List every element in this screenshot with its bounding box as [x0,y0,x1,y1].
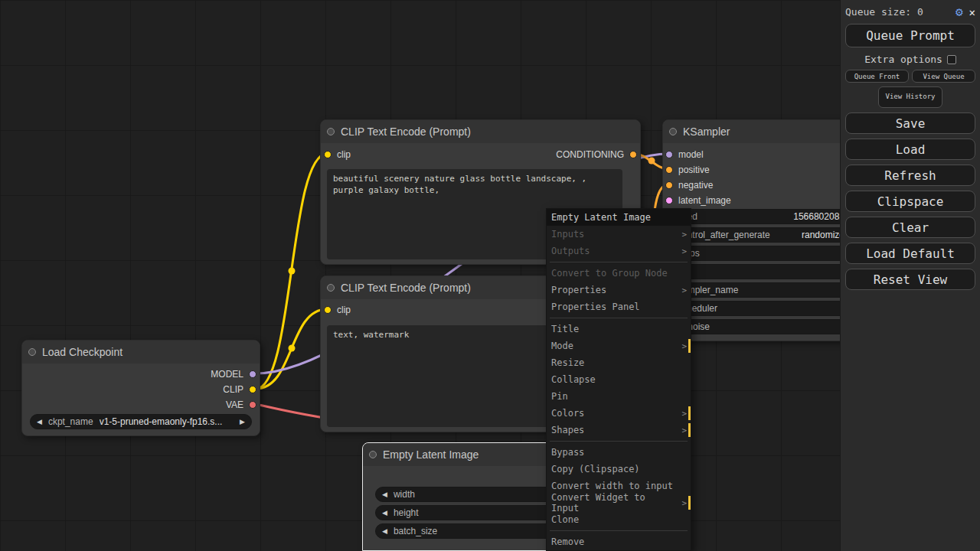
decrement-icon[interactable]: ◀ [382,491,387,498]
menu-item-convert-widget-to-input[interactable]: Convert Widget to Input > [547,494,691,511]
submenu-arrow-icon: > [681,341,687,351]
output-slot-model[interactable]: MODEL [211,369,256,380]
menu-separator [550,318,688,318]
slot-dot-model[interactable] [249,370,256,378]
scheduler-widget[interactable]: scheduler [671,301,851,316]
clear-button[interactable]: Clear [845,217,975,238]
slot-label: clip [337,305,351,315]
input-slot-positive[interactable]: positive [665,165,710,175]
refresh-button[interactable]: Refresh [845,165,975,186]
collapse-dot-icon[interactable] [327,128,335,135]
collapse-dot-icon[interactable] [327,284,335,292]
slot-dot-clip[interactable] [249,386,256,393]
slot-dot-conditioning[interactable] [629,151,637,158]
seed-widget[interactable]: seed 1566802081 [671,209,851,224]
slot-label: positive [678,165,710,175]
widget-label: height [394,507,419,518]
input-slot-negative[interactable]: negative [665,180,713,191]
slot-label: MODEL [211,369,243,380]
clipspace-button[interactable]: Clipspace [845,191,975,212]
submenu-arrow-icon: > [681,246,687,256]
slot-label: latent_image [678,195,731,206]
slot-dot-conditioning[interactable] [665,181,673,189]
menu-item-shapes[interactable]: Shapes > [547,422,691,439]
slot-dot-model[interactable] [665,151,673,158]
widget-value: 1566802081 [704,211,844,222]
widget-value: v1-5-pruned-emaonly-fp16.s... [100,416,240,427]
node-ksampler[interactable]: KSampler model positive negative latent_… [662,119,858,341]
menu-item-collapse[interactable]: Collapse [547,371,691,388]
menu-item-inputs[interactable]: Inputs > [547,226,691,243]
output-slot-conditioning[interactable]: CONDITIONING [556,149,637,160]
collapse-dot-icon[interactable] [369,451,377,458]
cfg-widget[interactable]: cfg [671,264,851,279]
extra-options-checkbox[interactable] [947,55,956,64]
view-history-button[interactable]: View History [878,86,942,108]
menu-item-properties[interactable]: Properties > [547,282,691,298]
submenu-arrow-icon: > [681,285,687,295]
node-load-checkpoint[interactable]: Load Checkpoint MODEL CLIP VAE ◀ ckpt_na… [21,340,260,436]
menu-separator [550,262,688,262]
menu-item-title[interactable]: Title [547,321,691,337]
node-titlebar[interactable]: Load Checkpoint [22,341,260,364]
close-icon[interactable]: ✕ [969,6,975,18]
output-slot-clip[interactable]: CLIP [223,384,256,395]
menu-item-colors[interactable]: Colors > [547,405,691,422]
menu-item-bypass[interactable]: Bypass [547,444,691,461]
widget-label: control_after_generate [678,230,770,240]
menu-item-convert-to-group-node[interactable]: Convert to Group Node [547,265,691,282]
node-title: Load Checkpoint [42,346,122,358]
queue-front-button[interactable]: Queue Front [845,70,909,83]
ckpt-name-combo[interactable]: ◀ ckpt_name v1-5-pruned-emaonly-fp16.s..… [30,414,252,429]
slot-dot-clip[interactable] [324,151,332,158]
slot-label: model [678,149,704,160]
menu-item-copy-clipspace[interactable]: Copy (Clipspace) [547,461,691,478]
collapse-dot-icon[interactable] [28,348,36,356]
queue-size-label: Queue size: 0 [845,6,923,18]
node-title: CLIP Text Encode (Prompt) [341,282,471,294]
menu-separator [550,530,688,531]
load-default-button[interactable]: Load Default [845,243,975,264]
slot-dot-conditioning[interactable] [665,166,673,174]
menu-item-pin[interactable]: Pin [547,388,691,405]
menu-item-properties-panel[interactable]: Properties Panel [547,298,691,315]
prev-value-icon[interactable]: ◀ [37,418,42,425]
menu-item-outputs[interactable]: Outputs > [547,243,691,259]
slot-dot-latent[interactable] [665,197,673,204]
input-slot-model[interactable]: model [665,149,704,160]
queue-prompt-button[interactable]: Queue Prompt [845,24,975,47]
save-button[interactable]: Save [845,112,975,134]
decrement-icon[interactable]: ◀ [382,509,387,517]
menu-item-remove[interactable]: Remove [547,533,691,550]
submenu-arrow-icon: > [681,230,687,240]
denoise-widget[interactable]: denoise [671,319,851,334]
settings-gear-icon[interactable]: ⚙ [956,5,963,19]
comfy-menu-panel: Queue size: 0 ⚙ ✕ Queue Prompt Extra opt… [840,0,980,551]
submenu-arrow-icon: > [681,425,687,435]
slot-dot-clip[interactable] [324,306,332,314]
node-titlebar[interactable]: KSampler [663,120,858,143]
decrement-icon[interactable]: ◀ [382,527,387,535]
link-dot [289,268,296,275]
load-button[interactable]: Load [845,139,975,160]
input-slot-clip[interactable]: clip [324,149,351,160]
view-queue-button[interactable]: View Queue [912,70,975,83]
reset-view-button[interactable]: Reset View [845,269,975,290]
slot-label: VAE [226,399,243,410]
collapse-dot-icon[interactable] [669,128,677,135]
menu-item-resize[interactable]: Resize [547,354,691,371]
steps-widget[interactable]: steps [671,246,851,261]
input-slot-latent-image[interactable]: latent_image [665,195,731,206]
slot-label: CONDITIONING [556,149,624,160]
menu-item-mode[interactable]: Mode > [547,337,691,354]
menu-item-clone[interactable]: Clone [547,511,691,528]
output-slot-vae[interactable]: VAE [226,399,256,410]
control-after-generate-widget[interactable]: control_after_generate randomize [671,227,851,243]
link-dot [648,158,655,165]
next-value-icon[interactable]: ▶ [240,418,245,425]
sampler-name-widget[interactable]: sampler_name [671,282,851,298]
input-slot-clip[interactable]: clip [324,305,351,315]
graph-canvas[interactable]: Load Checkpoint MODEL CLIP VAE ◀ ckpt_na… [0,0,980,551]
node-titlebar[interactable]: CLIP Text Encode (Prompt) [321,120,640,143]
slot-dot-vae[interactable] [249,401,256,409]
